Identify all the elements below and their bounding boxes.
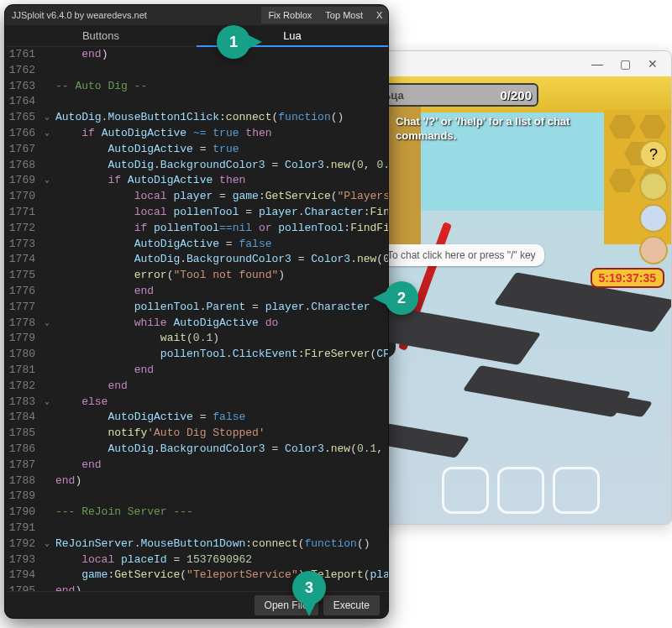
code-text: notify'Auto Dig Stopped' <box>54 426 265 442</box>
chat-input[interactable]: To chat click here or press "/" key <box>379 244 544 266</box>
fold-icon <box>40 94 54 110</box>
code-line[interactable]: 1782 end <box>5 379 388 395</box>
fold-icon <box>40 505 54 521</box>
code-line[interactable]: 1786 AutoDig.BackgroundColor3 = Color3.n… <box>5 442 388 458</box>
code-line[interactable]: 1778⌄ while AutoDigActive do <box>5 316 388 332</box>
code-line[interactable]: 1789 <box>5 489 388 505</box>
code-line[interactable]: 1764 <box>5 94 388 110</box>
code-line[interactable]: 1772 if pollenTool==nil or pollenTool:Fi… <box>5 221 388 237</box>
code-text: local placeId = 1537690962 <box>54 552 252 568</box>
line-number: 1786 <box>5 442 40 458</box>
hotbar-slot[interactable] <box>553 467 600 514</box>
code-line[interactable]: 1791 <box>5 521 388 536</box>
fold-icon <box>40 584 54 591</box>
fix-roblox-button[interactable]: Fix Roblox <box>261 7 318 24</box>
hotbar-slot[interactable] <box>442 467 489 514</box>
line-number: 1774 <box>5 252 40 268</box>
line-number: 1787 <box>5 458 40 474</box>
code-text: -- Auto Dig -- <box>54 79 147 95</box>
code-text: AutoDigActive = false <box>54 237 272 253</box>
fold-icon <box>40 410 54 426</box>
fold-icon <box>40 205 54 221</box>
fold-icon <box>40 474 54 489</box>
timer-badge: 5:19:37:35 <box>591 268 665 288</box>
tab-buttons[interactable]: Buttons <box>5 25 197 47</box>
editor-close-button[interactable]: X <box>370 7 388 24</box>
line-number: 1777 <box>5 300 40 316</box>
fold-icon[interactable]: ⌄ <box>40 536 54 552</box>
line-number: 1773 <box>5 237 40 253</box>
fold-icon[interactable]: ⌄ <box>40 110 54 126</box>
code-text: if AutoDigActive ~= true then <box>54 126 272 142</box>
line-number: 1778 <box>5 316 40 332</box>
side-icon-4[interactable] <box>639 236 668 264</box>
code-line[interactable]: 1773 AutoDigActive = false <box>5 237 388 253</box>
fold-icon <box>40 142 54 158</box>
code-line[interactable]: 1774 AutoDig.BackgroundColor3 = Color3.n… <box>5 252 388 268</box>
line-number: 1770 <box>5 189 40 205</box>
code-text: pollenTool.Parent = player.Character <box>54 300 370 316</box>
line-number: 1788 <box>5 474 40 489</box>
fold-icon <box>40 347 54 363</box>
code-line[interactable]: 1770 local player = game:GetService("Pla… <box>5 189 388 205</box>
code-line[interactable]: 1781 end <box>5 363 388 379</box>
line-number: 1780 <box>5 347 40 363</box>
code-line[interactable]: 1790--- ReJoin Server --- <box>5 505 388 521</box>
code-line[interactable]: 1775 error("Tool not found") <box>5 268 388 284</box>
side-icon-help[interactable]: ? <box>639 140 668 169</box>
hotbar-slot[interactable] <box>497 467 544 514</box>
top-most-button[interactable]: Top Most <box>318 7 370 24</box>
code-line[interactable]: 1766⌄ if AutoDigActive ~= true then <box>5 126 388 142</box>
fold-icon <box>40 237 54 253</box>
code-line[interactable]: 1795end) <box>5 584 388 591</box>
side-icon-3[interactable] <box>639 204 668 233</box>
code-line[interactable]: 1777 pollenTool.Parent = player.Characte… <box>5 300 388 316</box>
code-line[interactable]: 1780 pollenTool.ClickEvent:FireServer(CF… <box>5 347 388 363</box>
code-text: end) <box>54 474 81 489</box>
code-text: local pollenTool = player.Character:Find… <box>54 205 388 221</box>
code-line[interactable]: 1784 AutoDigActive = false <box>5 410 388 426</box>
code-line[interactable]: 1787 end <box>5 458 388 474</box>
code-line[interactable]: 1767 AutoDigActive = true <box>5 142 388 158</box>
code-line[interactable]: 1769⌄ if AutoDigActive then <box>5 173 388 189</box>
code-line[interactable]: 1783⌄ else <box>5 395 388 411</box>
fold-icon <box>40 47 54 63</box>
fold-icon <box>40 458 54 474</box>
code-text: --- ReJoin Server --- <box>54 505 193 521</box>
execute-button[interactable]: Execute <box>323 595 380 615</box>
code-line[interactable]: 1788end) <box>5 474 388 489</box>
line-number: 1775 <box>5 268 40 284</box>
code-line[interactable]: 1771 local pollenTool = player.Character… <box>5 205 388 221</box>
line-number: 1776 <box>5 284 40 300</box>
code-line[interactable]: 1761 end) <box>5 47 388 63</box>
code-line[interactable]: 1779 wait(0.1) <box>5 331 388 347</box>
game-window-titlebar: — ▢ ✕ <box>370 51 671 76</box>
code-text: AutoDig.BackgroundColor3 = Color3.new(0.… <box>54 442 388 458</box>
window-minimize-button[interactable]: — <box>591 57 603 71</box>
line-number: 1765 <box>5 110 40 126</box>
fold-icon[interactable]: ⌄ <box>40 126 54 142</box>
window-close-button[interactable]: ✕ <box>648 57 658 71</box>
code-line[interactable]: 1776 end <box>5 284 388 300</box>
code-line[interactable]: 1762 <box>5 63 388 79</box>
line-number: 1784 <box>5 410 40 426</box>
code-line[interactable]: 1763-- Auto Dig -- <box>5 79 388 95</box>
fold-icon[interactable]: ⌄ <box>40 316 54 332</box>
fold-icon <box>40 221 54 237</box>
code-line[interactable]: 1785 notify'Auto Dig Stopped' <box>5 426 388 442</box>
code-text: end) <box>54 47 108 63</box>
code-line[interactable]: 1793 local placeId = 1537690962 <box>5 552 388 568</box>
code-line[interactable]: 1768 AutoDig.BackgroundColor3 = Color3.n… <box>5 158 388 174</box>
code-text: if pollenTool==nil or pollenTool:FindFir… <box>54 221 388 237</box>
callout-3: 3 <box>292 571 326 604</box>
fold-icon[interactable]: ⌄ <box>40 173 54 189</box>
fold-icon <box>40 79 54 95</box>
code-line[interactable]: 1765⌄AutoDig.MouseButton1Click:connect(f… <box>5 110 388 126</box>
code-line[interactable]: 1792⌄ReJoinServer.MouseButton1Down:conne… <box>5 536 388 552</box>
code-editor[interactable]: 1761 end)17621763-- Auto Dig --17641765⌄… <box>5 47 388 591</box>
fold-icon[interactable]: ⌄ <box>40 395 54 411</box>
side-icon-2[interactable] <box>639 172 668 201</box>
code-line[interactable]: 1794 game:GetService("TeleportService"):… <box>5 568 388 584</box>
window-maximize-button[interactable]: ▢ <box>620 57 631 71</box>
code-text: end <box>54 458 102 474</box>
